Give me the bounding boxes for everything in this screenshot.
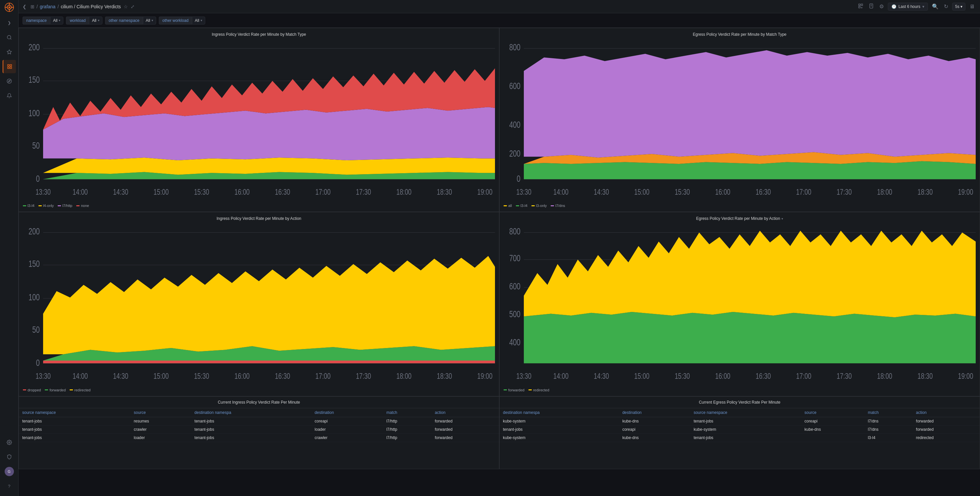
svg-text:18:30: 18:30: [918, 371, 933, 380]
filter-other-namespace-label[interactable]: other namespace: [105, 17, 143, 24]
svg-text:14:30: 14:30: [594, 187, 609, 196]
svg-text:14:00: 14:00: [73, 371, 88, 380]
starred-icon[interactable]: [3, 45, 16, 59]
svg-rect-18: [861, 4, 863, 6]
breadcrumb-home[interactable]: ⊞: [30, 4, 35, 9]
col-dest-namespace-eg[interactable]: destination namespa: [500, 408, 619, 417]
legend-item-redirected-egress: redirected: [528, 388, 549, 392]
ingress-table-title: Current Ingress Policy Verdict Rate Per …: [19, 397, 499, 408]
svg-text:13:30: 13:30: [35, 187, 51, 196]
filter-workload-value[interactable]: All: [89, 17, 102, 24]
panel-egress-action-menu-icon[interactable]: ▾: [781, 217, 783, 220]
chart-egress-match[interactable]: 800 600 400 200 0: [504, 40, 976, 202]
table-row: tenant-jobsresumestenant-jobscoreapil7/h…: [19, 417, 499, 425]
col-source-namespace[interactable]: source namespace: [19, 408, 130, 417]
col-match[interactable]: match: [383, 408, 431, 417]
panel-ingress-table: Current Ingress Policy Verdict Rate Per …: [19, 396, 499, 469]
filter-other-workload-label[interactable]: other workload: [159, 17, 192, 24]
panel-egress-match: Egress Policy Verdict Rate per Minute by…: [499, 28, 980, 212]
breadcrumb-org[interactable]: grafana: [40, 4, 56, 9]
svg-text:150: 150: [29, 258, 40, 269]
chart-ingress-match[interactable]: 200 150 100 50 0: [23, 40, 495, 202]
legend-item-forwarded: forwarded: [45, 388, 66, 392]
svg-text:15:00: 15:00: [634, 371, 649, 380]
svg-text:17:00: 17:00: [315, 187, 331, 196]
settings-gear-icon[interactable]: ⚙: [878, 2, 885, 11]
dashboards-icon[interactable]: [3, 60, 16, 73]
refresh-interval-picker[interactable]: 5s ▾: [952, 3, 966, 11]
filter-workload-label[interactable]: workload: [66, 17, 89, 24]
filter-other-namespace-value[interactable]: All: [143, 17, 156, 24]
svg-text:19:00: 19:00: [958, 371, 974, 380]
explore-icon[interactable]: [3, 74, 16, 88]
panel-egress-action-title: Egress Policy Verdict Rate per Minute by…: [504, 216, 976, 221]
svg-text:18:00: 18:00: [877, 371, 892, 380]
svg-text:14:00: 14:00: [73, 187, 88, 196]
shield-icon[interactable]: [3, 450, 16, 464]
legend-item-l4only: l4-only: [38, 204, 54, 208]
panel-ingress-match-title: Ingress Policy Verdict Rate per Minute b…: [23, 32, 495, 37]
time-range-picker[interactable]: 🕐 Last 6 hours ▾: [888, 3, 928, 11]
filterbar: namespace All workload All other namespa…: [19, 13, 980, 28]
svg-text:0: 0: [36, 174, 40, 184]
col-destination[interactable]: destination: [311, 408, 383, 417]
filter-namespace-label[interactable]: namespace: [22, 17, 50, 24]
svg-text:19:00: 19:00: [477, 187, 493, 196]
filter-namespace-value[interactable]: All: [50, 17, 63, 24]
refresh-icon[interactable]: ↻: [943, 2, 950, 11]
search-icon[interactable]: [3, 31, 16, 44]
svg-text:16:00: 16:00: [715, 371, 730, 380]
legend-item-l3l4-egress: l3-l4: [516, 204, 527, 208]
col-action[interactable]: action: [432, 408, 499, 417]
filter-other-workload-value[interactable]: All: [192, 17, 205, 24]
add-panel-icon[interactable]: [857, 2, 865, 11]
share-button[interactable]: ⤢: [130, 4, 135, 9]
zoom-out-icon[interactable]: 🔍: [931, 2, 940, 11]
col-match-eg[interactable]: match: [865, 408, 913, 417]
filter-other-workload: other workload All: [159, 17, 205, 24]
col-source-eg[interactable]: source: [801, 408, 865, 417]
col-dest-namespace[interactable]: destination namespa: [191, 408, 311, 417]
svg-text:14:30: 14:30: [113, 187, 128, 196]
panel-egress-match-title: Egress Policy Verdict Rate per Minute by…: [504, 32, 976, 37]
svg-marker-36: [43, 158, 495, 175]
table-row: kube-systemkube-dnstenant-jobscoreapil7/…: [500, 417, 980, 425]
table-row: tenant-jobscoreapikube-systemkube-dnsl7/…: [500, 425, 980, 433]
settings-icon[interactable]: [3, 436, 16, 449]
svg-text:15:00: 15:00: [634, 187, 649, 196]
col-destination-eg[interactable]: destination: [619, 408, 690, 417]
svg-text:16:00: 16:00: [234, 371, 250, 380]
col-action-eg[interactable]: action: [913, 408, 980, 417]
legend-egress-action: forwarded redirected: [504, 388, 976, 392]
svg-text:15:30: 15:30: [675, 187, 690, 196]
svg-text:14:00: 14:00: [553, 371, 569, 380]
svg-rect-12: [8, 67, 9, 68]
svg-text:400: 400: [509, 337, 520, 347]
panel-ingress-action-title: Ingress Policy Verdict Rate per Minute b…: [23, 216, 495, 221]
collapse-sidebar-button[interactable]: ❯: [3, 16, 16, 30]
help-icon[interactable]: ?: [3, 479, 16, 493]
svg-text:200: 200: [29, 226, 40, 236]
save-icon[interactable]: [867, 2, 875, 11]
egress-table-title: Current Egress Policy Verdict Rate Per M…: [500, 397, 980, 408]
screen-icon[interactable]: 🖥: [968, 2, 976, 11]
col-source-namespace-eg[interactable]: source namespace: [690, 408, 801, 417]
svg-text:16:00: 16:00: [715, 187, 730, 196]
svg-text:200: 200: [509, 148, 520, 158]
page-title: cilium / Cilium Policy Verdicts: [60, 4, 121, 9]
star-button[interactable]: ☆: [124, 4, 128, 9]
svg-text:0: 0: [36, 358, 40, 368]
grafana-logo[interactable]: [5, 3, 14, 13]
col-source[interactable]: source: [130, 408, 191, 417]
legend-item-none: none: [76, 204, 89, 208]
collapse-icon[interactable]: ❮: [22, 4, 27, 9]
avatar[interactable]: G: [3, 465, 16, 478]
svg-rect-13: [10, 67, 12, 68]
alerts-icon[interactable]: [3, 89, 16, 102]
chart-egress-action[interactable]: 800 700 600 500 400 13:30 14:0: [504, 223, 976, 386]
legend-item-redirected: redirected: [70, 388, 91, 392]
chart-ingress-action[interactable]: 200 150 100 50 0 1: [23, 223, 495, 386]
svg-text:19:00: 19:00: [958, 187, 974, 196]
legend-item-l3only: l3-only: [531, 204, 547, 208]
svg-marker-111: [524, 312, 976, 363]
